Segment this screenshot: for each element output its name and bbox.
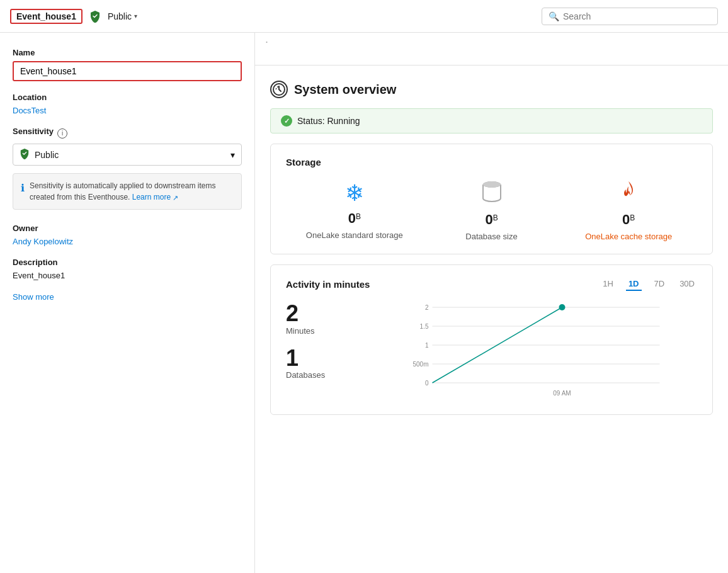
onelake-standard-label: OneLake standard storage bbox=[306, 230, 403, 240]
storage-item-onelake: ❄ 0B OneLake standard storage bbox=[286, 180, 423, 241]
time-filter-1d[interactable]: 1D bbox=[626, 278, 642, 291]
public-badge[interactable]: Public ▾ bbox=[108, 11, 137, 21]
svg-text:500m: 500m bbox=[412, 361, 428, 368]
database-size-label: Database size bbox=[465, 232, 517, 241]
status-dot-icon bbox=[281, 115, 292, 127]
search-box[interactable]: 🔍 bbox=[542, 8, 718, 25]
svg-text:1: 1 bbox=[425, 342, 429, 349]
svg-text:09 AM: 09 AM bbox=[553, 390, 571, 397]
databases-label: Databases bbox=[286, 370, 361, 380]
onelake-cache-label: OneLake cache storage bbox=[585, 232, 672, 241]
svg-text:0: 0 bbox=[425, 380, 429, 387]
time-filters: 1H 1D 7D 30D bbox=[600, 278, 697, 291]
info-icon[interactable]: i bbox=[57, 128, 67, 139]
storage-card: Storage ❄ 0B OneLake standard storage bbox=[270, 144, 713, 254]
database-size-value: 0B bbox=[485, 213, 498, 227]
sensitivity-label-row: Sensitivity i bbox=[13, 127, 242, 140]
overview-icon bbox=[270, 81, 288, 98]
activity-stats: 2 Minutes 1 Databases bbox=[286, 301, 361, 402]
sensitivity-chevron-icon: ▾ bbox=[230, 150, 235, 160]
description-section: Description Event_house1 bbox=[13, 258, 242, 280]
show-more-link[interactable]: Show more bbox=[13, 292, 54, 302]
public-label: Public bbox=[108, 11, 132, 21]
fire-icon bbox=[619, 180, 638, 208]
time-filter-1h[interactable]: 1H bbox=[600, 278, 616, 291]
onelake-standard-value: 0B bbox=[348, 212, 361, 225]
sensitivity-shield-icon bbox=[20, 148, 30, 161]
location-label: Location bbox=[13, 93, 242, 102]
svg-text:2: 2 bbox=[425, 304, 429, 311]
search-icon: 🔍 bbox=[549, 11, 559, 21]
right-panel: . System overview Status: Running Storag… bbox=[255, 33, 728, 573]
name-input-wrapper bbox=[13, 61, 242, 81]
sensitivity-dropdown-left: Public bbox=[20, 148, 59, 161]
notice-box: ℹ Sensitivity is automatically applied t… bbox=[13, 173, 242, 210]
learn-more-link[interactable]: Learn more ↗ bbox=[132, 193, 179, 201]
activity-stat-minutes: 2 Minutes bbox=[286, 301, 361, 336]
activity-title: Activity in minutes bbox=[286, 279, 370, 290]
name-input[interactable] bbox=[14, 62, 241, 80]
sensitivity-section: Sensitivity i Public ▾ bbox=[13, 127, 242, 166]
sensitivity-dropdown[interactable]: Public ▾ bbox=[13, 144, 242, 166]
storage-item-database: 0B Database size bbox=[423, 180, 560, 241]
name-label: Name bbox=[13, 48, 242, 57]
storage-title: Storage bbox=[286, 157, 697, 167]
description-value: Event_house1 bbox=[13, 271, 242, 280]
database-icon bbox=[482, 180, 502, 208]
system-overview-header: System overview bbox=[255, 65, 728, 108]
chevron-down-icon: ▾ bbox=[134, 13, 137, 20]
right-top-bar: . bbox=[255, 33, 728, 65]
minutes-value: 2 bbox=[286, 301, 361, 326]
activity-content: 2 Minutes 1 Databases 2 1.5 1 500m bbox=[286, 301, 697, 402]
onelake-cache-value: 0B bbox=[622, 213, 635, 227]
location-value[interactable]: DocsTest bbox=[13, 106, 242, 115]
sensitivity-label: Sensitivity bbox=[13, 127, 54, 136]
activity-card: Activity in minutes 1H 1D 7D 30D 2 Minut… bbox=[270, 264, 713, 415]
top-dot: . bbox=[255, 33, 278, 55]
notice-info-icon: ℹ bbox=[21, 181, 25, 203]
shield-icon bbox=[89, 10, 101, 23]
top-bar: Event_house1 Public ▾ 🔍 bbox=[0, 0, 728, 33]
eventhouse-title[interactable]: Event_house1 bbox=[10, 9, 82, 24]
minutes-label: Minutes bbox=[286, 326, 361, 336]
snowflake-icon: ❄ bbox=[345, 180, 364, 207]
chart-area: 2 1.5 1 500m 0 bbox=[377, 301, 697, 402]
activity-chart: 2 1.5 1 500m 0 bbox=[377, 301, 697, 402]
svg-text:1.5: 1.5 bbox=[420, 323, 429, 330]
owner-value[interactable]: Andy Kopelowitz bbox=[13, 237, 242, 246]
time-filter-7d[interactable]: 7D bbox=[652, 278, 668, 291]
status-label: Status: Running bbox=[297, 116, 360, 126]
time-filter-30d[interactable]: 30D bbox=[677, 278, 697, 291]
sensitivity-value: Public bbox=[35, 150, 59, 160]
system-overview-title: System overview bbox=[294, 82, 396, 97]
databases-value: 1 bbox=[286, 346, 361, 371]
owner-section: Owner Andy Kopelowitz bbox=[13, 224, 242, 246]
status-bar: Status: Running bbox=[270, 108, 713, 133]
left-panel: Name Location DocsTest Sensitivity i bbox=[0, 33, 255, 573]
storage-items: ❄ 0B OneLake standard storage 0B Databas… bbox=[286, 180, 697, 241]
activity-header: Activity in minutes 1H 1D 7D 30D bbox=[286, 278, 697, 291]
storage-item-cache: 0B OneLake cache storage bbox=[560, 180, 697, 241]
activity-stat-databases: 1 Databases bbox=[286, 346, 361, 380]
notice-text: Sensitivity is automatically applied to … bbox=[30, 180, 234, 203]
svg-point-2 bbox=[483, 181, 501, 188]
description-label: Description bbox=[13, 258, 242, 267]
search-input[interactable] bbox=[563, 11, 711, 21]
external-link-icon: ↗ bbox=[173, 194, 178, 201]
main-layout: Name Location DocsTest Sensitivity i bbox=[0, 33, 728, 573]
owner-label: Owner bbox=[13, 224, 242, 233]
